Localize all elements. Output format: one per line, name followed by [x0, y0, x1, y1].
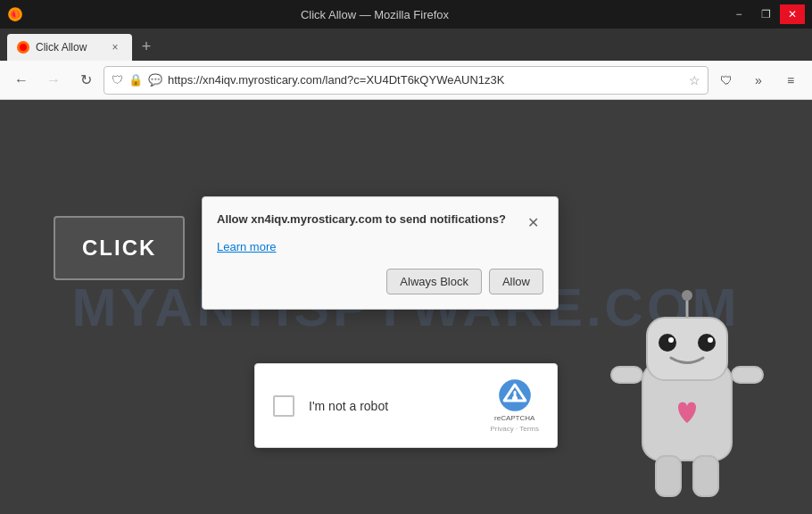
svg-point-10: [668, 337, 674, 343]
recaptcha-label: I'm not a robot: [309, 399, 476, 413]
tab-title: Click Allow: [36, 41, 102, 54]
dialog-buttons: Always Block Allow: [217, 269, 543, 294]
active-tab[interactable]: Click Allow ×: [7, 34, 132, 61]
title-bar-left: [7, 6, 23, 22]
svg-rect-16: [693, 456, 718, 496]
url-text: https://xn4iqv.myrosticary.com/land?c=XU…: [168, 73, 684, 87]
permission-dialog: Allow xn4iqv.myrosticary.com to send not…: [202, 196, 559, 310]
back-button[interactable]: ←: [7, 66, 36, 95]
svg-point-8: [682, 290, 692, 301]
notification-icon: 💬: [148, 73, 162, 87]
svg-point-9: [659, 334, 676, 352]
svg-rect-6: [647, 318, 727, 380]
svg-point-11: [698, 334, 716, 352]
bookmark-star-icon[interactable]: ☆: [689, 73, 700, 87]
minimize-button[interactable]: −: [726, 4, 751, 24]
svg-rect-13: [611, 367, 642, 383]
always-block-button[interactable]: Always Block: [386, 269, 482, 294]
svg-point-12: [708, 337, 713, 343]
recaptcha-links: Privacy · Terms: [490, 425, 539, 433]
restore-button[interactable]: ❐: [753, 4, 778, 24]
window-controls: − ❐ ✕: [726, 4, 805, 24]
new-tab-button[interactable]: +: [134, 34, 159, 59]
dialog-header: Allow xn4iqv.myrosticary.com to send not…: [217, 211, 543, 233]
title-bar: Click Allow — Mozilla Firefox − ❐ ✕: [0, 0, 812, 29]
svg-point-4: [20, 44, 27, 51]
url-bar[interactable]: 🛡 🔒 💬 https://xn4iqv.myrosticary.com/lan…: [104, 66, 708, 95]
svg-rect-14: [732, 367, 763, 383]
allow-button[interactable]: Allow: [489, 269, 543, 294]
nav-bar: ← → ↻ 🛡 🔒 💬 https://xn4iqv.myrosticary.c…: [0, 61, 812, 100]
recaptcha-brand-label: reCAPTCHA: [494, 414, 534, 423]
dialog-close-button[interactable]: ✕: [522, 211, 543, 233]
lock-icon: 🔒: [128, 73, 143, 87]
close-button[interactable]: ✕: [780, 4, 805, 24]
dialog-title: Allow xn4iqv.myrosticary.com to send not…: [217, 211, 506, 228]
robot-illustration: [598, 282, 776, 514]
bg-click-allow-text: CLICK: [54, 216, 185, 280]
recaptcha-logo-icon: [498, 378, 532, 412]
recaptcha-checkbox[interactable]: [273, 395, 294, 417]
tab-close-button[interactable]: ×: [107, 39, 123, 55]
window-title: Click Allow — Mozilla Firefox: [23, 8, 726, 21]
content-area: MYANTISPYWARE.COM CLICK: [0, 100, 812, 514]
learn-more-link[interactable]: Learn more: [217, 240, 276, 253]
extensions-button[interactable]: »: [744, 66, 773, 95]
forward-button[interactable]: →: [39, 66, 68, 95]
menu-button[interactable]: ≡: [776, 66, 805, 95]
reload-button[interactable]: ↻: [71, 66, 100, 95]
firefox-icon: [7, 6, 23, 22]
recaptcha-logo-area: reCAPTCHA Privacy · Terms: [490, 378, 539, 433]
svg-rect-15: [656, 456, 681, 496]
shield-icon: 🛡: [112, 73, 123, 87]
recaptcha-card: I'm not a robot reCAPTCHA Privacy · Term…: [254, 363, 558, 448]
tab-bar: Click Allow × +: [0, 29, 812, 61]
shield-button[interactable]: 🛡: [712, 66, 741, 95]
tab-favicon: [16, 40, 30, 54]
